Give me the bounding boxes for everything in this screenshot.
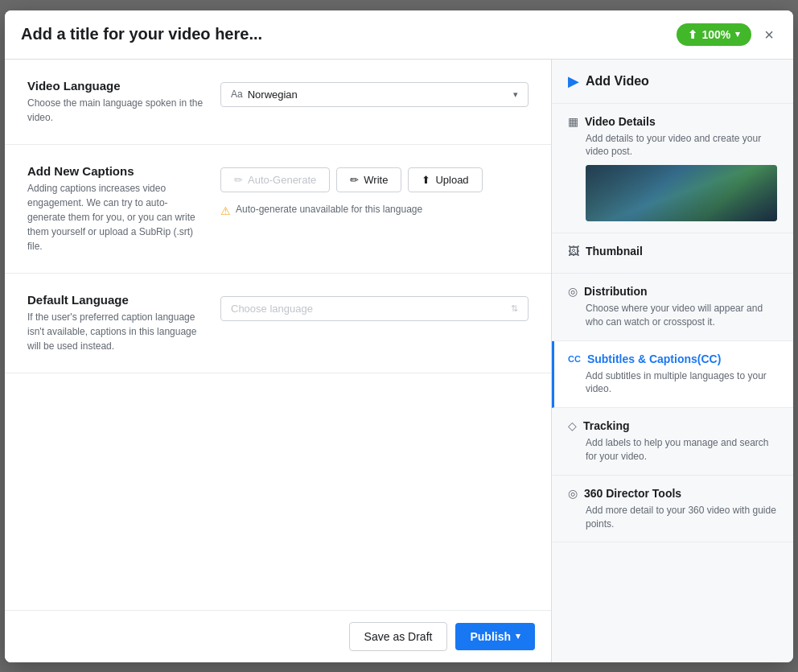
add-captions-title: Add New Captions — [27, 164, 204, 178]
video-language-right: Aa Norwegian ▾ — [220, 79, 529, 107]
write-icon: ✏ — [350, 174, 359, 186]
sidebar-item-distribution-title: Distribution — [584, 285, 648, 298]
sidebar-item-360-director[interactable]: ◎ 360 Director Tools Add more detail to … — [552, 476, 793, 543]
publish-caret: ▾ — [516, 631, 520, 641]
content-area: Video Language Choose the main language … — [5, 60, 551, 610]
publish-button[interactable]: Publish ▾ — [455, 623, 535, 650]
sidebar-item-tracking[interactable]: ◇ Tracking Add labels to help you manage… — [552, 408, 793, 476]
add-captions-desc: Adding captions increases video engageme… — [27, 181, 204, 254]
sidebar-item-thumbnail-header: 🖼 Thumbnail — [568, 245, 777, 258]
modal-header: Add a title for your video here... ⬆ 100… — [5, 10, 793, 60]
aa-icon: Aa — [231, 89, 243, 100]
add-captions-left: Add New Captions Adding captions increas… — [27, 164, 204, 254]
default-language-desc: If the user's preferred caption language… — [27, 310, 204, 353]
tracking-icon: ◇ — [568, 419, 577, 432]
sidebar-item-distribution-desc: Choose where your video will appear and … — [568, 302, 777, 329]
sidebar-item-subtitles[interactable]: CC Subtitles & Captions(CC) Add subtitle… — [552, 341, 793, 409]
modal: Add a title for your video here... ⬆ 100… — [5, 10, 793, 662]
save-draft-button[interactable]: Save as Draft — [349, 622, 448, 651]
video-language-section: Video Language Choose the main language … — [5, 60, 551, 145]
header-right: ⬆ 100% ▾ × — [677, 23, 778, 46]
default-language-title: Default Language — [27, 293, 204, 307]
distribution-icon: ◎ — [568, 285, 578, 298]
upload-icon: ⬆ — [688, 28, 697, 41]
360-director-icon: ◎ — [568, 487, 578, 500]
sidebar-header: ▶ Add Video — [552, 60, 793, 104]
choose-language-chevron: ⇅ — [511, 303, 518, 314]
sidebar-item-thumbnail[interactable]: 🖼 Thumbnail — [552, 233, 793, 274]
video-language-title: Video Language — [27, 79, 204, 93]
warning-icon: ⚠ — [220, 204, 231, 217]
choose-language-dropdown[interactable]: Choose language ⇅ — [220, 296, 529, 321]
warning-box: ⚠ Auto-generate unavailable for this lan… — [220, 200, 529, 221]
choose-language-placeholder: Choose language — [231, 303, 313, 315]
sidebar-item-video-details-desc: Add details to your video and create you… — [568, 132, 777, 159]
main-content: Video Language Choose the main language … — [5, 60, 552, 662]
content-spacer — [5, 373, 551, 534]
auto-generate-button[interactable]: ✏ Auto-Generate — [220, 167, 330, 192]
subtitles-icon: CC — [568, 354, 581, 364]
default-language-right: Choose language ⇅ — [220, 293, 529, 321]
sidebar: ▶ Add Video ▦ Video Details Add details … — [552, 60, 793, 662]
add-captions-row: Add New Captions Adding captions increas… — [27, 164, 529, 254]
default-language-row: Default Language If the user's preferred… — [27, 293, 529, 353]
modal-backdrop: Add a title for your video here... ⬆ 100… — [0, 0, 798, 672]
write-button[interactable]: ✏ Write — [336, 167, 401, 192]
modal-body: Video Language Choose the main language … — [5, 60, 793, 662]
sidebar-item-360-desc: Add more detail to your 360 video with g… — [568, 504, 777, 531]
sidebar-item-video-details-header: ▦ Video Details — [568, 115, 777, 128]
upload-button[interactable]: ⬆ Upload — [408, 167, 482, 192]
sidebar-item-360-title: 360 Director Tools — [584, 487, 681, 500]
sidebar-item-subtitles-header: CC Subtitles & Captions(CC) — [568, 352, 777, 365]
sidebar-item-tracking-desc: Add labels to help you manage and search… — [568, 436, 777, 464]
sidebar-item-tracking-title: Tracking — [583, 419, 630, 432]
add-captions-section: Add New Captions Adding captions increas… — [5, 145, 551, 274]
modal-footer: Save as Draft Publish ▾ — [5, 610, 551, 662]
upload-label: Upload — [435, 174, 468, 186]
video-details-icon: ▦ — [568, 115, 578, 128]
sidebar-item-tracking-header: ◇ Tracking — [568, 419, 777, 432]
video-language-left: Video Language Choose the main language … — [27, 79, 204, 125]
add-video-icon: ▶ — [568, 72, 579, 90]
thumbnail-icon: 🖼 — [568, 245, 579, 258]
write-label: Write — [364, 174, 388, 186]
sidebar-item-distribution[interactable]: ◎ Distribution Choose where your video w… — [552, 274, 793, 341]
close-button[interactable]: × — [761, 23, 777, 46]
progress-caret: ▾ — [735, 29, 740, 39]
publish-label: Publish — [470, 630, 511, 643]
add-captions-right: ✏ Auto-Generate ✏ Write ⬆ — [220, 164, 529, 221]
modal-title: Add a title for your video here... — [21, 25, 262, 43]
upload-captions-icon: ⬆ — [422, 174, 430, 186]
sidebar-item-video-details-title: Video Details — [585, 115, 656, 128]
video-language-row: Video Language Choose the main language … — [27, 79, 529, 125]
sidebar-item-360-header: ◎ 360 Director Tools — [568, 487, 777, 500]
sidebar-item-distribution-header: ◎ Distribution — [568, 285, 777, 298]
progress-button[interactable]: ⬆ 100% ▾ — [677, 23, 752, 46]
video-language-desc: Choose the main language spoken in the v… — [27, 96, 204, 125]
sidebar-item-subtitles-desc: Add subtitles in multiple languages to y… — [568, 369, 777, 397]
sidebar-header-title: Add Video — [586, 74, 649, 89]
warning-text: Auto-generate unavailable for this langu… — [236, 204, 422, 215]
language-dropdown-chevron: ▾ — [513, 89, 518, 100]
auto-generate-icon: ✏ — [234, 174, 243, 186]
sidebar-item-video-details[interactable]: ▦ Video Details Add details to your vide… — [552, 104, 793, 234]
language-dropdown[interactable]: Aa Norwegian ▾ — [220, 82, 529, 107]
caption-buttons: ✏ Auto-Generate ✏ Write ⬆ — [220, 167, 529, 192]
close-icon: × — [764, 26, 774, 43]
progress-label: 100% — [702, 28, 731, 41]
sidebar-item-subtitles-title: Subtitles & Captions(CC) — [587, 352, 721, 365]
default-language-section: Default Language If the user's preferred… — [5, 274, 551, 373]
selected-language-label: Norwegian — [248, 89, 298, 101]
sidebar-item-thumbnail-title: Thumbnail — [586, 245, 643, 258]
auto-generate-label: Auto-Generate — [248, 174, 316, 186]
default-language-left: Default Language If the user's preferred… — [27, 293, 204, 353]
video-thumbnail — [586, 165, 777, 221]
